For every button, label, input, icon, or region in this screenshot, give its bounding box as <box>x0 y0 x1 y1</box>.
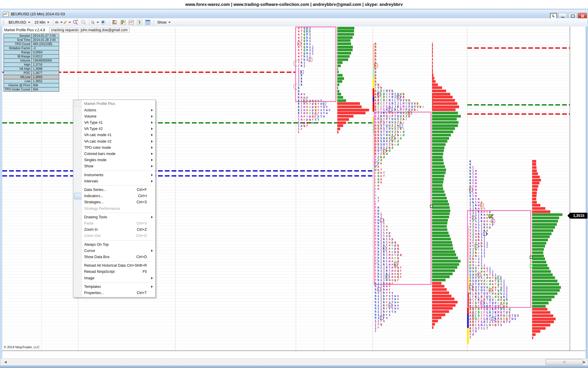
context-menu: Market Profile PlusActionsVolumeVA Type … <box>73 100 156 298</box>
submenu-arrow-icon <box>151 174 153 176</box>
databox-row: Range0,0064 <box>4 50 59 55</box>
chevron-down-icon <box>28 22 30 23</box>
databox-value: 1,3688 <box>32 67 59 71</box>
menu-item-data-series[interactable]: Data Series...Ctrl+F <box>82 187 155 193</box>
cursor-button[interactable] <box>91 19 99 26</box>
scrollbar-thumb[interactable] <box>546 359 583 365</box>
zoom-out-button[interactable] <box>80 19 87 26</box>
time-axis[interactable] <box>2 351 586 359</box>
menu-item-image[interactable]: Image <box>82 275 155 281</box>
databox-value: -3 <box>32 46 59 50</box>
menu-item-show[interactable]: Show <box>82 163 155 169</box>
minimize-icon <box>561 17 564 18</box>
drawing-tools-button[interactable] <box>63 19 71 26</box>
market-depth-button[interactable] <box>111 19 119 26</box>
chart-overlay-button[interactable] <box>127 19 135 26</box>
submenu-arrow-icon <box>151 115 153 118</box>
menu-separator <box>84 282 153 283</box>
grid-icon <box>145 20 150 25</box>
indicator-name: Market Profile Plus v.2.4.8 <box>4 28 45 32</box>
depth-bars-icon <box>112 20 117 25</box>
restore-icon <box>571 14 575 18</box>
account-button[interactable]: $ <box>136 19 143 26</box>
submenu-arrow-icon <box>151 250 153 252</box>
link-button[interactable]: L <box>550 13 557 19</box>
menu-item-always-on-top[interactable]: Always On Top <box>82 241 155 247</box>
submenu-arrow-icon <box>151 277 153 279</box>
window-title: $EURUSD (15 Min) 2014-02-03 <box>11 12 65 16</box>
menu-item-singles-mode[interactable]: Singles mode <box>82 157 155 163</box>
show-dropdown[interactable]: Show <box>155 19 172 25</box>
toolbar-grip[interactable] <box>3 20 5 25</box>
profile-bars-icon <box>120 20 126 25</box>
instrument-dropdown[interactable]: $EURUSD <box>6 19 32 25</box>
window-bottom-border <box>0 365 588 368</box>
interval-dropdown[interactable]: 15 Min <box>32 19 52 25</box>
menu-item-va-type-1[interactable]: VA Type #1 <box>82 119 155 126</box>
databox-label: VA High <box>4 67 32 71</box>
menu-separator <box>84 213 153 213</box>
menu-item-intervals[interactable]: Intervals <box>82 178 155 184</box>
databox-label: TPO Under Cursor <box>4 88 32 91</box>
menu-item-drawing-tools[interactable]: Drawing Tools <box>82 214 155 220</box>
chart-style-button[interactable] <box>55 19 63 26</box>
close-button[interactable] <box>578 13 587 19</box>
menu-item-actions[interactable]: Actions <box>82 107 155 113</box>
menu-item-reload-ninjascript[interactable]: Reload NinjaScriptF5 <box>82 269 155 275</box>
profile-indicator-button[interactable] <box>119 19 127 26</box>
submenu-arrow-icon <box>151 121 153 124</box>
menu-item-show-data-box[interactable]: Show Data BoxCtrl+D <box>82 254 155 260</box>
menu-item-properties[interactable]: Properties...Ctrl+T <box>82 290 155 296</box>
submenu-arrow-icon <box>151 109 153 111</box>
restore-button[interactable] <box>568 13 577 19</box>
chevron-down-icon <box>168 22 171 23</box>
toolbar-separator <box>109 19 109 25</box>
databox-label: POC <box>4 71 32 75</box>
submenu-arrow-icon <box>151 140 153 143</box>
submenu-arrow-icon <box>151 146 153 149</box>
databox-value: 1,3677 <box>32 71 59 75</box>
menu-item-instruments[interactable]: Instruments <box>82 172 155 178</box>
zoom-in-button[interactable] <box>72 19 79 26</box>
svg-text:$: $ <box>139 20 141 24</box>
submenu-arrow-icon <box>151 134 153 136</box>
menu-item-strategies[interactable]: Strategies...Ctrl+S <box>82 199 155 205</box>
minimize-button[interactable] <box>558 13 567 19</box>
horizontal-scrollbar[interactable] <box>1 358 587 366</box>
menu-separator <box>84 261 153 262</box>
menu-item-volume[interactable]: Volume <box>82 113 155 119</box>
databox-value: 1,3665 <box>32 75 59 79</box>
databox-value: 493 (241/238) <box>32 42 59 46</box>
menu-item-indicators[interactable]: Indicators...Ctrl+I <box>82 193 155 199</box>
menu-item-va-type-2[interactable]: VA Type #2 <box>82 126 155 132</box>
databox-label: Session <box>4 34 32 38</box>
chevron-down-icon <box>97 22 99 23</box>
menu-item-zoom-in[interactable]: Zoom InCtrl+Z <box>82 227 155 233</box>
close-icon <box>581 14 584 18</box>
databox-value: N/A <box>32 83 59 87</box>
interval-label: 15 Min <box>34 20 46 24</box>
title-bar[interactable]: $EURUSD (15 Min) 2014-02-03 <box>1 10 587 19</box>
menu-item-va-calc-mode-2[interactable]: VA calc mode #2 <box>82 138 155 144</box>
menu-item-reload-all-historical-data[interactable]: Reload All Historical DataCtrl+Shift+R <box>82 263 155 269</box>
toolbar-separator <box>153 19 154 25</box>
menu-item-colored-bars-mode[interactable]: Colored bars mode <box>82 151 155 157</box>
menu-item-cursor[interactable]: Cursor <box>82 247 155 254</box>
databox-row: VA Low1,3665 <box>4 75 59 79</box>
submenu-arrow-icon <box>151 286 153 288</box>
toolbar: $EURUSD 15 Min <box>1 18 587 27</box>
zoom-out-icon <box>81 20 86 25</box>
databox-row: TPO Under CursorN/A <box>4 88 59 92</box>
scrollbar-left-arrow[interactable]: ◀ <box>3 359 8 364</box>
menu-item-tpo-color-mode[interactable]: TPO color mode <box>82 144 155 151</box>
menu-item-paste: PasteCtrl+V <box>82 220 155 226</box>
menu-separator <box>84 185 153 186</box>
price-axis[interactable] <box>570 27 586 351</box>
crosshair-button[interactable] <box>99 19 107 26</box>
databox-label: High <box>4 63 32 67</box>
databox-value: 2014-01-28 2:00 <box>32 38 59 42</box>
databox-label: TPO Count <box>4 42 32 46</box>
menu-item-va-calc-mode-1[interactable]: VA calc mode #1 <box>82 132 155 138</box>
data-grid-button[interactable] <box>144 19 152 26</box>
menu-item-templates[interactable]: Templates <box>82 283 155 290</box>
